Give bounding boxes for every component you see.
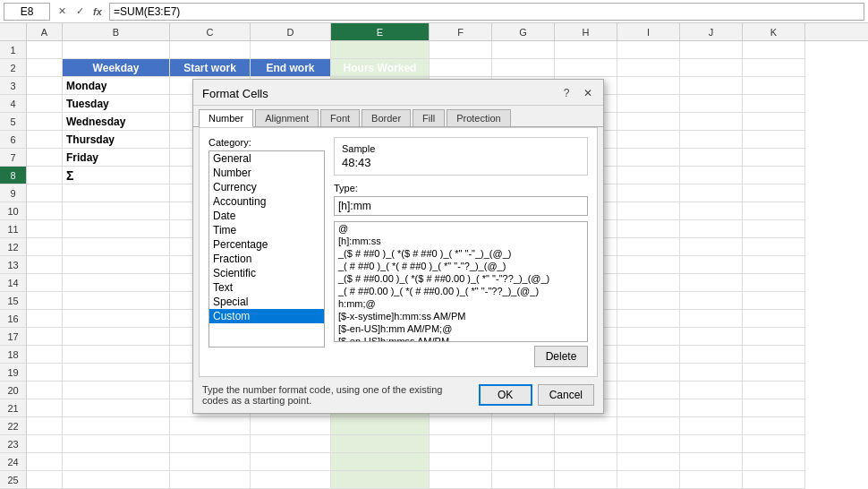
- cell-b1[interactable]: [63, 41, 170, 59]
- cell-c1[interactable]: [170, 41, 251, 59]
- name-box[interactable]: [4, 3, 50, 21]
- cell-d1[interactable]: [251, 41, 331, 59]
- row-13[interactable]: 13: [0, 256, 26, 274]
- dialog-help-button[interactable]: ?: [558, 85, 574, 101]
- cell-a8[interactable]: [27, 167, 63, 184]
- cell-j4[interactable]: [680, 95, 743, 113]
- cell-h2[interactable]: [555, 59, 617, 77]
- col-header-i[interactable]: I: [617, 23, 680, 40]
- row-12[interactable]: 12: [0, 238, 26, 256]
- row-5[interactable]: 5: [0, 113, 26, 131]
- format-item-6[interactable]: h:mm;@: [335, 297, 587, 310]
- cell-j1[interactable]: [680, 41, 743, 59]
- cell-g1[interactable]: [492, 41, 555, 59]
- col-header-c[interactable]: C: [170, 23, 251, 40]
- row-11[interactable]: 11: [0, 220, 26, 238]
- type-input[interactable]: [334, 196, 588, 216]
- tab-border[interactable]: Border: [362, 109, 411, 126]
- category-time[interactable]: Time: [209, 223, 324, 237]
- col-header-a[interactable]: A: [27, 23, 63, 40]
- cell-k3[interactable]: [743, 77, 805, 95]
- row-14[interactable]: 14: [0, 274, 26, 292]
- cell-i4[interactable]: [617, 95, 680, 113]
- row-24[interactable]: 24: [0, 453, 26, 471]
- row-19[interactable]: 19: [0, 364, 26, 382]
- cell-j6[interactable]: [680, 131, 743, 149]
- row-17[interactable]: 17: [0, 328, 26, 346]
- dialog-close-button[interactable]: ✕: [580, 85, 596, 101]
- cell-a6[interactable]: [27, 131, 63, 149]
- category-currency[interactable]: Currency: [209, 180, 324, 194]
- cell-a4[interactable]: [27, 95, 63, 113]
- row-3[interactable]: 3: [0, 77, 26, 95]
- formula-input[interactable]: [109, 3, 864, 21]
- cell-k1[interactable]: [743, 41, 805, 59]
- format-item-1[interactable]: [h]:mm:ss: [335, 235, 587, 247]
- cell-k7[interactable]: [743, 149, 805, 167]
- cell-i6[interactable]: [617, 131, 680, 149]
- row-15[interactable]: 15: [0, 292, 26, 310]
- cell-k8[interactable]: [743, 167, 805, 184]
- format-item-5[interactable]: _( # ##0.00 )_( *( # ##0.00 )_( *" "-"??…: [335, 285, 587, 297]
- cell-j8[interactable]: [680, 167, 743, 184]
- row-7[interactable]: 7: [0, 149, 26, 167]
- cell-h1[interactable]: [555, 41, 617, 59]
- col-header-b[interactable]: B: [63, 23, 170, 40]
- format-item-7[interactable]: [$-x-systime]h:mm:ss AM/PM: [335, 310, 587, 322]
- row-10[interactable]: 10: [0, 202, 26, 220]
- tab-number[interactable]: Number: [199, 109, 253, 127]
- tab-fill[interactable]: Fill: [413, 109, 445, 126]
- cell-i8[interactable]: [617, 167, 680, 184]
- cell-j7[interactable]: [680, 149, 743, 167]
- row-8[interactable]: 8: [0, 167, 26, 184]
- cell-f1[interactable]: [430, 41, 492, 59]
- row-4[interactable]: 4: [0, 95, 26, 113]
- tab-font[interactable]: Font: [320, 109, 360, 126]
- cell-i5[interactable]: [617, 113, 680, 131]
- cell-b6[interactable]: Thursday: [63, 131, 170, 149]
- cell-i7[interactable]: [617, 149, 680, 167]
- cell-a3[interactable]: [27, 77, 63, 95]
- confirm-icon[interactable]: ✓: [72, 4, 88, 20]
- cell-f2[interactable]: [430, 59, 492, 77]
- cell-b8[interactable]: Σ: [63, 167, 170, 184]
- format-list[interactable]: @ [h]:mm:ss _($ # ##0 )_( *($ # ##0 )_( …: [334, 221, 588, 342]
- tab-protection[interactable]: Protection: [447, 109, 511, 126]
- cell-k5[interactable]: [743, 113, 805, 131]
- cell-b4[interactable]: Tuesday: [63, 95, 170, 113]
- col-header-j[interactable]: J: [680, 23, 743, 40]
- format-item-9[interactable]: [$-en-US]h:mmss AM/PM: [335, 335, 587, 342]
- category-general[interactable]: General: [209, 151, 324, 166]
- row-2[interactable]: 2: [0, 59, 26, 77]
- cell-d2[interactable]: End work: [251, 59, 331, 77]
- cell-a2[interactable]: [27, 59, 63, 77]
- cell-a7[interactable]: [27, 149, 63, 167]
- cell-c2[interactable]: Start work: [170, 59, 251, 77]
- format-item-3[interactable]: _( # ##0 )_( *( # ##0 )_( *" "-"?_)_(@_): [335, 260, 587, 272]
- cell-e1[interactable]: [331, 41, 430, 59]
- col-header-d[interactable]: D: [251, 23, 331, 40]
- cell-b7[interactable]: Friday: [63, 149, 170, 167]
- row-22[interactable]: 22: [0, 417, 26, 435]
- delete-button[interactable]: Delete: [534, 346, 588, 367]
- col-header-k[interactable]: K: [743, 23, 805, 40]
- row-1[interactable]: 1: [0, 41, 26, 59]
- cell-j2[interactable]: [680, 59, 743, 77]
- cell-k6[interactable]: [743, 131, 805, 149]
- row-23[interactable]: 23: [0, 435, 26, 453]
- cancel-icon[interactable]: ✕: [54, 4, 70, 20]
- col-header-h[interactable]: H: [555, 23, 617, 40]
- row-6[interactable]: 6: [0, 131, 26, 149]
- category-date[interactable]: Date: [209, 209, 324, 223]
- cell-a5[interactable]: [27, 113, 63, 131]
- category-scientific[interactable]: Scientific: [209, 266, 324, 280]
- cell-j3[interactable]: [680, 77, 743, 95]
- col-header-g[interactable]: G: [492, 23, 555, 40]
- row-9[interactable]: 9: [0, 184, 26, 202]
- cell-b3[interactable]: Monday: [63, 77, 170, 95]
- row-21[interactable]: 21: [0, 399, 26, 417]
- ok-button[interactable]: OK: [479, 384, 532, 406]
- category-list[interactable]: General Number Currency Accounting Date …: [208, 150, 325, 347]
- row-18[interactable]: 18: [0, 346, 26, 364]
- format-item-2[interactable]: _($ # ##0 )_( *($ # ##0 )_( *" "-"_)_(@_…: [335, 247, 587, 260]
